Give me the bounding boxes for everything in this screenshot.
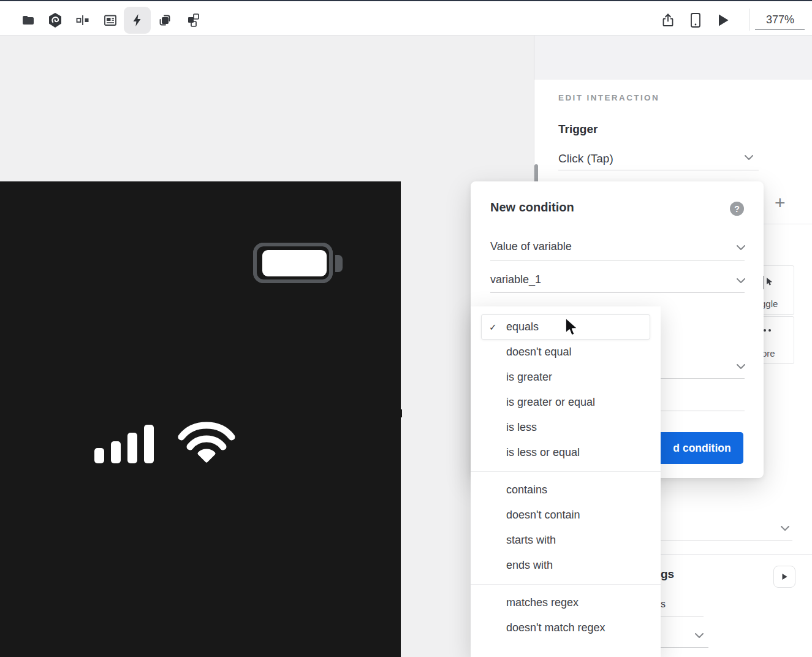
play-button[interactable] [710, 7, 737, 34]
artboard-handle [399, 409, 402, 417]
alignment-toolbar [534, 36, 812, 80]
align-tool-icon [75, 13, 90, 28]
group-icon [184, 12, 200, 28]
chevron-down-icon [745, 155, 753, 161]
menu-item-label: contains [506, 484, 547, 496]
top-toolbar: 377% [0, 1, 812, 36]
toggle-cursor-icon [766, 277, 774, 287]
menu-item-doesn-t-contain[interactable]: doesn't contain [481, 503, 650, 528]
menu-item-label: doesn't match regex [506, 621, 605, 634]
logo-button[interactable] [42, 7, 69, 34]
menu-item-label: matches regex [506, 596, 579, 609]
menu-item-label: doesn't equal [506, 346, 572, 359]
menu-item-label: is less [506, 421, 537, 434]
check-icon: ✓ [489, 322, 506, 333]
align-tool-button[interactable] [69, 7, 96, 34]
battery-fill [262, 250, 327, 276]
share-button[interactable] [655, 7, 681, 34]
more-dots-icon [768, 329, 771, 332]
menu-item-label: is greater or equal [506, 396, 595, 409]
zoom-level-field[interactable]: 377% [755, 13, 805, 26]
chevron-down-icon [737, 245, 745, 251]
play-icon [716, 13, 730, 28]
comparison-menu: ✓equalsdoesn't equalis greateris greater… [471, 306, 661, 657]
field-label: s [661, 599, 666, 610]
menu-item-label: equals [506, 321, 539, 333]
chevron-down-icon [695, 633, 704, 639]
menu-item-contains[interactable]: contains [481, 477, 650, 503]
more-dots-icon [764, 329, 766, 332]
menu-item-label: ends with [506, 559, 553, 572]
chevron-down-icon [781, 526, 789, 531]
menu-divider [471, 471, 661, 472]
share-icon [660, 12, 676, 28]
spec-doc-icon [103, 13, 118, 28]
spec-button[interactable] [97, 7, 124, 34]
modal-title: New condition [490, 200, 574, 215]
variable-select[interactable]: variable_1 [490, 273, 541, 286]
trigger-label: Trigger [558, 123, 598, 136]
app-window: 377% EDIT I [0, 0, 812, 657]
menu-item-doesn-t-equal[interactable]: doesn't equal [481, 340, 650, 365]
folder-button[interactable] [15, 7, 42, 34]
select-underline [490, 260, 745, 260]
help-icon[interactable]: ? [730, 202, 744, 216]
duplicate-button[interactable] [151, 7, 178, 34]
play-small-icon [781, 573, 788, 580]
interactions-button[interactable] [124, 7, 151, 34]
marvel-logo-icon [47, 12, 63, 28]
edit-interaction-label: EDIT INTERACTION [558, 93, 659, 102]
interactions-bolt-icon [131, 13, 144, 27]
group-button[interactable] [178, 7, 205, 34]
menu-item-is-less-or-equal[interactable]: is less or equal [481, 440, 650, 465]
wifi-icon [178, 422, 235, 465]
menu-item-matches-regex[interactable]: matches regex [481, 590, 650, 615]
mouse-cursor [564, 317, 580, 338]
menu-item-label: doesn't contain [506, 509, 580, 522]
more-card-label: ore [762, 348, 775, 359]
select-underline [490, 292, 745, 293]
toolbar-divider [749, 9, 749, 31]
add-condition-button[interactable]: d condition [661, 432, 743, 464]
run-settings-button[interactable] [773, 566, 795, 588]
device-preview-button[interactable] [682, 7, 709, 34]
artboard-status-bar-screen[interactable] [0, 181, 401, 657]
device-icon [688, 12, 703, 28]
menu-item-starts-with[interactable]: starts with [481, 528, 650, 553]
menu-item-is-greater-or-equal[interactable]: is greater or equal [481, 390, 650, 415]
add-action-button[interactable]: + [775, 192, 786, 213]
settings-section-label: gs [661, 568, 674, 581]
chevron-down-icon [737, 364, 745, 370]
menu-item-doesn-t-match-regex[interactable]: doesn't match regex [481, 615, 650, 640]
duplicate-icon [157, 12, 173, 28]
trigger-select[interactable]: Click (Tap) [558, 152, 613, 165]
battery-cap [335, 255, 343, 272]
menu-item-label: is less or equal [506, 446, 580, 459]
menu-item-label: starts with [506, 534, 556, 547]
menu-item-is-greater[interactable]: is greater [481, 365, 650, 390]
trigger-underline [558, 170, 759, 170]
condition-type-select[interactable]: Value of variable [490, 240, 572, 253]
zoom-field-underline [755, 29, 805, 30]
menu-item-ends-with[interactable]: ends with [481, 553, 650, 578]
menu-item-is-less[interactable]: is less [481, 415, 650, 440]
folder-icon [21, 13, 36, 28]
signal-icon [94, 424, 156, 463]
menu-divider [471, 584, 661, 585]
menu-item-label: is greater [506, 371, 552, 384]
chevron-down-icon [737, 278, 745, 284]
